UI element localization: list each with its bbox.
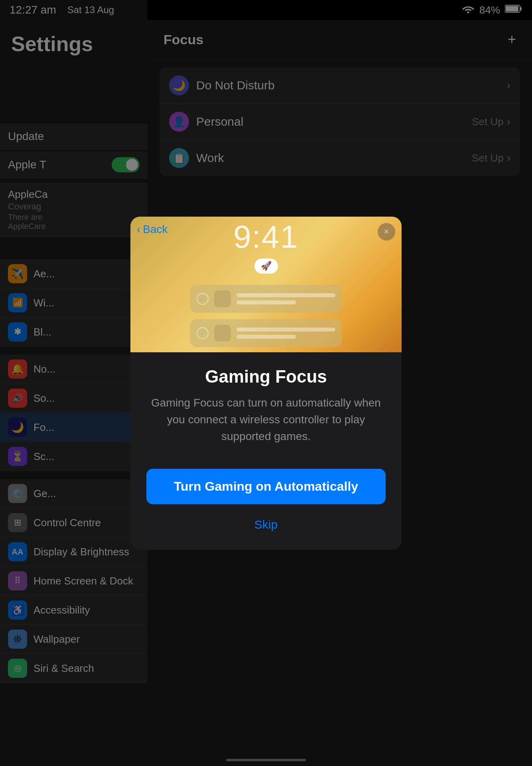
turn-gaming-on-button[interactable]: Turn Gaming on Automatically: [146, 469, 386, 504]
gaming-badge: 🚀: [254, 259, 278, 274]
notif-line-1b: [236, 300, 296, 304]
modal-overlay: 9:41 🚀 ✓ ✓: [0, 0, 532, 766]
modal-description: Gaming Focus can turn on automatically w…: [146, 395, 386, 445]
notif-line-1a: [236, 293, 335, 297]
notification-card-1: ✓: [190, 285, 342, 313]
notif-app-icon-2: [214, 325, 231, 342]
notif-lines-1: [236, 293, 335, 304]
modal-title: Gaming Focus: [146, 367, 386, 387]
notif-lines-2: [236, 328, 335, 339]
modal-back-button[interactable]: ‹ Back: [137, 223, 168, 236]
modal-close-button[interactable]: ×: [378, 223, 395, 241]
skip-button[interactable]: Skip: [250, 514, 282, 535]
notif-check-1: ✓: [197, 293, 209, 305]
notif-check-2: ✓: [197, 327, 209, 339]
notif-app-icon-1: [214, 290, 231, 307]
modal-preview-badge: 🚀: [254, 259, 278, 274]
back-label: Back: [143, 223, 167, 236]
preview-time: 9:41: [233, 219, 299, 255]
notification-card-2: ✓: [190, 319, 342, 347]
modal-body: Gaming Focus Gaming Focus can turn on au…: [130, 352, 402, 550]
gaming-focus-modal: 9:41 🚀 ✓ ✓: [130, 217, 402, 550]
notif-line-2a: [236, 328, 335, 332]
notif-line-2b: [236, 335, 296, 339]
close-icon: ×: [384, 227, 389, 237]
modal-preview: 9:41 🚀 ✓ ✓: [130, 217, 402, 352]
gaming-badge-icon: 🚀: [261, 261, 272, 271]
back-chevron-icon: ‹: [137, 223, 140, 236]
